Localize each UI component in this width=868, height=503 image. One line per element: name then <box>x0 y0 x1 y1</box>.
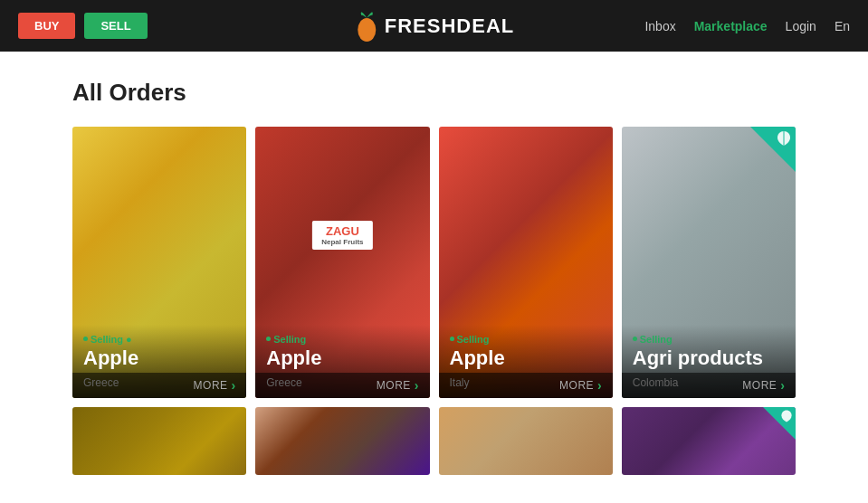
card-more-text-4: MORE <box>742 379 777 392</box>
main-content: All Orders Selling ● Apple Greece MORE › <box>0 52 868 493</box>
page-title: All Orders <box>72 79 796 107</box>
selling-dot-3 <box>450 337 454 341</box>
header: BUY SELL FRESHDEAL Inbox Marketplace Log… <box>0 0 868 52</box>
order-card-1[interactable]: Selling ● Apple Greece MORE › <box>72 127 246 398</box>
organic-badge-8 <box>763 407 796 440</box>
card-product-name-3: Apple <box>450 347 602 369</box>
logo-text: FRESHDEAL <box>385 14 514 38</box>
card-more-arrow-3: › <box>597 378 602 393</box>
card-product-name-1: Apple <box>83 347 235 369</box>
order-card-7[interactable] <box>439 407 613 475</box>
header-left: BUY SELL <box>18 13 148 39</box>
order-card-5[interactable] <box>72 407 246 475</box>
order-card-8[interactable] <box>622 407 796 475</box>
orders-grid: Selling ● Apple Greece MORE › ZAGU Nepal… <box>72 127 796 398</box>
card-more-arrow-2: › <box>415 378 419 393</box>
selling-dot-4 <box>633 337 637 341</box>
header-nav: Inbox Marketplace Login En <box>644 19 850 33</box>
zagu-label: ZAGU Nepal Fruits <box>312 221 372 250</box>
leaf-icon <box>775 129 793 147</box>
card-selling-label-1: Selling ● <box>83 334 235 345</box>
nav-marketplace[interactable]: Marketplace <box>694 19 768 33</box>
logo[interactable]: FRESHDEAL <box>354 10 514 43</box>
card-more-bar-2[interactable]: MORE › <box>255 373 429 398</box>
card-more-arrow-4: › <box>780 378 785 393</box>
organic-badge-4 <box>750 127 796 172</box>
card-more-text-2: MORE <box>377 379 411 392</box>
selling-dot-2 <box>266 337 271 341</box>
card-more-bar-4[interactable]: MORE › <box>622 373 796 398</box>
buy-button[interactable]: BUY <box>18 13 75 39</box>
nav-login[interactable]: Login <box>786 19 816 33</box>
leaf-icon-8 <box>779 409 794 423</box>
card-more-text-3: MORE <box>559 379 594 392</box>
nav-language[interactable]: En <box>835 19 850 33</box>
card-product-name-4: Agri products <box>633 347 785 369</box>
nav-inbox[interactable]: Inbox <box>644 19 675 33</box>
order-card-6[interactable] <box>255 407 429 475</box>
orders-grid-row2 <box>72 407 796 475</box>
card-selling-label-4: Selling <box>633 334 785 345</box>
logo-icon <box>354 10 379 43</box>
order-card-2[interactable]: ZAGU Nepal Fruits Selling Apple Greece M… <box>255 127 429 398</box>
card-more-bar-1[interactable]: MORE › <box>72 373 246 398</box>
card-selling-label-3: Selling <box>450 334 602 345</box>
card-more-text-1: MORE <box>194 379 228 392</box>
card-more-arrow-1: › <box>232 378 236 393</box>
card-product-name-2: Apple <box>266 347 418 369</box>
order-card-3[interactable]: Selling Apple Italy MORE › <box>439 127 613 398</box>
selling-dot-1 <box>83 337 88 341</box>
card-selling-label-2: Selling <box>266 334 418 345</box>
card-more-bar-3[interactable]: MORE › <box>439 373 613 398</box>
sell-button[interactable]: SELL <box>84 13 147 39</box>
order-card-4[interactable]: Selling Agri products Colombia MORE › <box>622 127 796 398</box>
svg-point-0 <box>358 18 376 42</box>
